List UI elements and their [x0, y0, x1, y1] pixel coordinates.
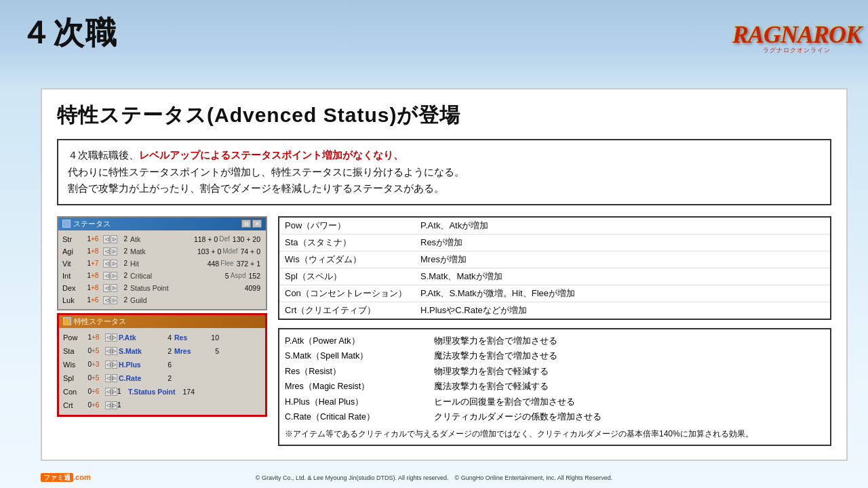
main-content-box: 特性ステータス(Advenced Status)が登場 ４次職転職後、レベルアッ…: [41, 88, 848, 461]
stat-increase-btn[interactable]: ▷: [111, 296, 117, 304]
status-window: ステータス ⊖ ✕ Str 1 +6 ◁▷ 2 Atk: [57, 216, 267, 310]
desc-row: Pow（パワー） P.Atk、Atkが増加: [279, 218, 830, 235]
adv-stat-increase-btn[interactable]: ▷: [112, 361, 118, 369]
desc-row2: Mres（Magic Resist） 魔法攻撃力を割合で軽減する: [285, 379, 825, 394]
adv-table-row: Wis 0 +3 ◁▷ H.Plus 6: [63, 358, 261, 371]
adv-status-title: 特性ステータス: [74, 317, 126, 327]
adv-stat-increase-btn[interactable]: ▷: [112, 388, 118, 396]
famitsu-logo: ファミ通.com: [41, 473, 91, 483]
left-column: ステータス ⊖ ✕ Str 1 +6 ◁▷ 2 Atk: [57, 216, 267, 474]
adv-status-section: 特性ステータス Pow 1 +8 ◁▷ P.Atk 4 Res 10: [57, 313, 267, 417]
desc-row2: Res（Resist） 物理攻撃力を割合で軽減する: [285, 364, 825, 380]
logo-area: RAGNAROK ラグナロクオンライン: [736, 7, 858, 68]
close-button[interactable]: ✕: [252, 220, 262, 228]
stat-decrease-btn[interactable]: ◁: [103, 296, 110, 304]
table-row: Int 1 +8 ◁▷ 2 Critical 5 Aspd 152: [62, 270, 262, 282]
titlebar-left: ステータス: [62, 219, 111, 229]
adv-table-row: Pow 1 +8 ◁▷ P.Atk 4 Res 10: [63, 331, 261, 344]
page-title: ４次職: [20, 12, 118, 54]
content-columns: ステータス ⊖ ✕ Str 1 +6 ◁▷ 2 Atk: [57, 216, 831, 474]
stat-increase-btn[interactable]: ▷: [111, 272, 117, 280]
desc-row: Wis（ウィズダム） Mresが増加: [279, 251, 830, 268]
intro-line1-red: レベルアップによるステータスポイント増加がなくなり、: [139, 150, 403, 161]
adv-stat-decrease-btn[interactable]: ◁: [105, 374, 111, 382]
adv-titlebar-icon: [63, 317, 71, 325]
desc-row: Con（コンセントレーション） P.Atk、S.Matkが微増。Hit、Flee…: [279, 285, 830, 302]
right-column: Pow（パワー） P.Atk、Atkが増加 Sta（スタミナ） Resが増加 W…: [278, 216, 831, 474]
famitsu-badge: ファミ通: [41, 473, 73, 482]
logo-text: RAGNAROK: [732, 20, 861, 49]
table-row: Dex 1 +8 ◁▷ 2 Status Point 4099: [62, 282, 262, 294]
table-row: Agi 1 +8 ◁▷ 2 Matk 103 + 0 Mdef 74 + 0: [62, 245, 262, 258]
desc-row2: H.Plus（Heal Plus） ヒールの回復量を割合で増加させる: [285, 394, 825, 410]
main-heading: 特性ステータス(Advenced Status)が登場: [57, 102, 831, 129]
adv-stat-decrease-btn[interactable]: ◁: [105, 361, 111, 369]
adv-stat-increase-btn[interactable]: ▷: [112, 401, 118, 409]
adv-stat-decrease-btn[interactable]: ◁: [105, 333, 111, 342]
stat-increase-btn[interactable]: ▷: [111, 247, 117, 256]
desc-row: Spl（スペル） S.Matk、Matkが増加: [279, 268, 830, 285]
adv-status-titlebar: 特性ステータス: [59, 315, 265, 328]
stat-decrease-btn[interactable]: ◁: [103, 284, 110, 292]
desc-row2: C.Rate（Critical Rate） クリティカルダメージの係数を増加させ…: [285, 409, 825, 425]
adv-stat-decrease-btn[interactable]: ◁: [105, 401, 111, 409]
desc-row: Crt（クリエイティブ） H.PlusやC.Rateなどが増加: [279, 302, 830, 319]
intro-line1-normal: ４次職転職後、: [68, 150, 139, 161]
stat-increase-btn[interactable]: ▷: [111, 235, 117, 243]
copyright-text: © Gravity Co., Ltd. & Lee Myoung Jin(stu…: [256, 474, 612, 483]
intro-line2: 代わりに特性ステータスポイントが増加し、特性ステータスに振り分けるようになる。: [68, 164, 821, 181]
status-table: Str 1 +6 ◁▷ 2 Atk 118 + 0 Def 130 + 20 A…: [58, 230, 266, 309]
stat-desc-table-1: Pow（パワー） P.Atk、Atkが増加 Sta（スタミナ） Resが増加 W…: [278, 216, 831, 320]
adv-status-table: Pow 1 +8 ◁▷ P.Atk 4 Res 10 Sta 0 +5: [59, 328, 265, 415]
status-window-title: ステータス: [73, 219, 111, 229]
adv-table-row: Spl 0 +5 ◁▷ C.Rate 2: [63, 371, 261, 385]
desc-row: Sta（スタミナ） Resが増加: [279, 235, 830, 251]
desc-row2: P.Atk（Power Atk） 物理攻撃力を割合で増加させる: [285, 333, 825, 349]
desc-row2: S.Matk（Spell Matk） 魔法攻撃力を割合で増加させる: [285, 348, 825, 364]
table-row: Str 1 +6 ◁▷ 2 Atk 118 + 0 Def 130 + 20: [62, 233, 262, 245]
stat-desc-table-2: P.Atk（Power Atk） 物理攻撃力を割合で増加させる S.Matk（S…: [278, 328, 831, 446]
intro-box: ４次職転職後、レベルアップによるステータスポイント増加がなくなり、 代わりに特性…: [57, 139, 831, 205]
status-titlebar: ステータス ⊖ ✕: [58, 218, 266, 230]
window-controls[interactable]: ⊖ ✕: [241, 220, 262, 228]
stat-decrease-btn[interactable]: ◁: [103, 247, 110, 256]
intro-line3: 割合で攻撃力が上がったり、割合でダメージを軽減したりするステータスがある。: [68, 180, 821, 197]
minimize-button[interactable]: ⊖: [241, 220, 251, 228]
adv-table-row: Con 0 +6 ◁▷ 1 T.Status Point 174: [63, 385, 261, 399]
stat-increase-btn[interactable]: ▷: [111, 284, 117, 292]
intro-line1: ４次職転職後、レベルアップによるステータスポイント増加がなくなり、: [68, 147, 821, 164]
desc-note: ※アイテム等であるクリティカルで与えるダメージの増加ではなく、クリティカルダメー…: [285, 428, 825, 441]
table-row: Vit 1 +7 ◁▷ 2 Hit 448 Flee 372 + 1: [62, 258, 262, 270]
stat-decrease-btn[interactable]: ◁: [103, 260, 110, 268]
stat-decrease-btn[interactable]: ◁: [103, 272, 110, 280]
adv-stat-increase-btn[interactable]: ▷: [112, 374, 118, 382]
stat-decrease-btn[interactable]: ◁: [103, 235, 110, 243]
titlebar-icon: [62, 220, 71, 228]
adv-table-row: Sta 0 +5 ◁▷ S.Matk 2 Mres 5: [63, 344, 261, 358]
table-row: Luk 1 +6 ◁▷ 2 Guild: [62, 294, 262, 306]
adv-table-row: Crt 0 +6 ◁▷ 1: [63, 399, 261, 412]
adv-stat-increase-btn[interactable]: ▷: [112, 347, 118, 355]
adv-stat-decrease-btn[interactable]: ◁: [105, 347, 111, 355]
adv-stat-increase-btn[interactable]: ▷: [112, 333, 118, 342]
adv-stat-decrease-btn[interactable]: ◁: [105, 388, 111, 396]
stat-increase-btn[interactable]: ▷: [111, 260, 117, 268]
